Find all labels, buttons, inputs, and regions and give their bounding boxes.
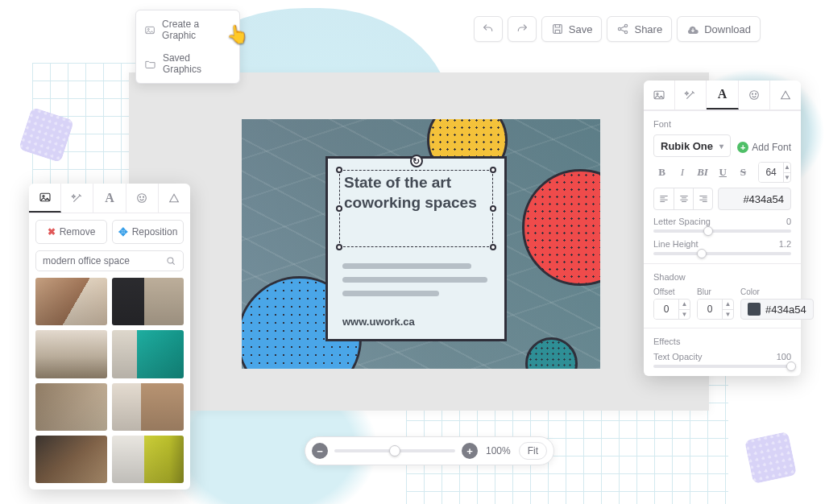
reposition-button[interactable]: ✥ Reposition xyxy=(112,220,184,244)
step-down-icon[interactable]: ▼ xyxy=(723,310,733,320)
shape-halftone-circle[interactable] xyxy=(522,169,600,286)
image-thumb[interactable] xyxy=(112,383,184,431)
align-right-button[interactable] xyxy=(693,188,712,209)
zoom-slider[interactable] xyxy=(334,449,455,452)
font-family-select[interactable]: Rubik One ▾ xyxy=(653,134,731,157)
zoom-out-button[interactable]: − xyxy=(312,443,328,459)
bold-italic-button[interactable]: BI xyxy=(694,163,711,182)
download-button[interactable]: Download xyxy=(677,16,761,42)
resize-handle[interactable] xyxy=(336,244,342,250)
download-label: Download xyxy=(704,23,751,35)
image-thumb[interactable] xyxy=(112,330,184,378)
shadow-offset-input[interactable] xyxy=(654,300,678,319)
tab-images[interactable] xyxy=(29,184,61,213)
text-icon: A xyxy=(105,191,114,205)
save-button[interactable]: Save xyxy=(541,16,603,42)
menu-item-create-graphic[interactable]: Create a Graphic xyxy=(136,13,239,47)
share-button[interactable]: Share xyxy=(607,16,672,42)
align-center-button[interactable] xyxy=(674,188,693,209)
triangle-icon xyxy=(168,192,180,204)
canvas-workspace[interactable]: State of the art coworking spaces www.uw… xyxy=(129,72,709,411)
letter-spacing-slider[interactable] xyxy=(653,229,791,233)
chevron-down-icon: ▾ xyxy=(719,142,723,151)
image-thumb[interactable] xyxy=(35,383,107,431)
shadow-blur-stepper[interactable]: ▲▼ xyxy=(697,299,734,320)
add-font-button[interactable]: + Add Font xyxy=(736,138,791,153)
image-thumb[interactable] xyxy=(112,436,184,483)
resize-handle[interactable] xyxy=(336,205,342,212)
image-results-grid xyxy=(35,278,184,483)
search-icon xyxy=(165,255,176,266)
font-size-input[interactable] xyxy=(759,163,783,182)
zoom-slider-knob[interactable] xyxy=(389,445,400,456)
redo-button[interactable] xyxy=(508,16,537,42)
bold-button[interactable]: B xyxy=(653,163,670,182)
shadow-blur-input[interactable] xyxy=(698,300,722,319)
zoom-in-button[interactable]: + xyxy=(462,443,478,459)
shadow-color-chip[interactable]: #434a54 xyxy=(740,299,814,320)
resize-handle[interactable] xyxy=(336,167,342,173)
underline-button[interactable]: U xyxy=(715,163,732,182)
line-height-slider[interactable] xyxy=(653,252,791,255)
svg-point-15 xyxy=(752,93,752,94)
left-panel: A ✖ Remove ✥ Reposition xyxy=(29,184,190,490)
step-down-icon[interactable]: ▼ xyxy=(679,310,690,320)
artboard[interactable]: State of the art coworking spaces www.uw… xyxy=(242,119,600,369)
menu-item-saved-graphics[interactable]: Saved Graphics xyxy=(136,47,239,81)
svg-point-9 xyxy=(140,196,141,197)
image-icon xyxy=(39,191,52,204)
color-label: Color xyxy=(740,287,814,296)
slider-knob[interactable] xyxy=(697,249,707,258)
share-label: Share xyxy=(634,23,662,35)
step-up-icon[interactable]: ▲ xyxy=(784,163,790,173)
shape-halftone-circle[interactable] xyxy=(525,337,578,369)
italic-button[interactable]: I xyxy=(674,163,690,182)
undo-button[interactable] xyxy=(474,16,503,42)
rotate-handle-icon[interactable] xyxy=(410,155,423,167)
image-icon xyxy=(144,24,155,36)
card-element[interactable]: State of the art coworking spaces www.uw… xyxy=(325,156,507,341)
strike-button[interactable]: S xyxy=(735,163,752,182)
tab-shapes[interactable] xyxy=(770,81,801,109)
tab-emoji[interactable] xyxy=(739,81,770,109)
slider-knob[interactable] xyxy=(703,226,713,236)
tab-shapes[interactable] xyxy=(159,184,190,213)
image-thumb[interactable] xyxy=(35,330,107,378)
opacity-slider[interactable] xyxy=(653,365,791,368)
step-down-icon[interactable]: ▼ xyxy=(784,173,790,183)
tab-text[interactable]: A xyxy=(93,184,126,213)
image-thumb[interactable] xyxy=(35,436,107,483)
tab-effects[interactable] xyxy=(675,81,707,109)
font-size-stepper[interactable]: ▲▼ xyxy=(758,162,791,183)
zoom-bar: − + 100% Fit xyxy=(305,436,554,465)
shadow-offset-stepper[interactable]: ▲▼ xyxy=(653,299,690,320)
placeholder-line xyxy=(342,263,471,269)
remove-button[interactable]: ✖ Remove xyxy=(35,220,107,244)
tab-emoji[interactable] xyxy=(126,184,159,213)
image-search[interactable] xyxy=(35,250,184,271)
resize-handle[interactable] xyxy=(490,244,496,250)
redo-icon xyxy=(516,23,529,35)
download-icon xyxy=(686,23,699,35)
effects-section: Effects Text Opacity 100 xyxy=(644,328,801,376)
headline-text[interactable]: State of the art coworking spaces xyxy=(344,173,488,213)
resize-handle[interactable] xyxy=(490,205,496,212)
resize-handle[interactable] xyxy=(490,167,496,173)
tab-effects[interactable] xyxy=(61,184,93,213)
smile-icon xyxy=(748,89,761,101)
slider-knob[interactable] xyxy=(786,361,796,371)
url-text[interactable]: www.uwork.ca xyxy=(342,316,415,328)
section-heading: Shadow xyxy=(653,272,791,282)
image-thumb[interactable] xyxy=(35,278,107,325)
image-thumb[interactable] xyxy=(112,278,184,325)
zoom-fit-button[interactable]: Fit xyxy=(519,442,547,460)
align-left-button[interactable] xyxy=(654,188,674,209)
line-height-value: 1.2 xyxy=(779,239,791,249)
step-up-icon[interactable]: ▲ xyxy=(723,300,733,310)
step-up-icon[interactable]: ▲ xyxy=(679,300,690,310)
tab-text[interactable]: A xyxy=(707,81,738,109)
tab-images[interactable] xyxy=(644,81,675,109)
text-color-chip[interactable]: #434a54 xyxy=(718,188,791,210)
letter-spacing-label: Letter Spacing xyxy=(653,217,711,226)
search-input[interactable] xyxy=(43,255,165,266)
